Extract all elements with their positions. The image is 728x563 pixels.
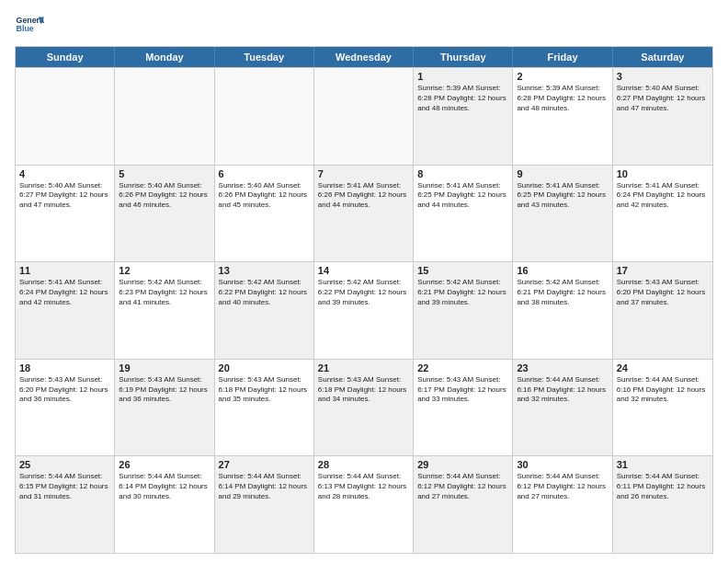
week-row-5: 25Sunrise: 5:44 AM Sunset: 6:15 PM Dayli… <box>16 455 712 553</box>
day-info: Sunrise: 5:41 AM Sunset: 6:24 PM Dayligh… <box>19 278 110 307</box>
day-cell-12: 12Sunrise: 5:42 AM Sunset: 6:23 PM Dayli… <box>115 262 214 359</box>
day-info: Sunrise: 5:44 AM Sunset: 6:12 PM Dayligh… <box>517 472 608 501</box>
day-info: Sunrise: 5:44 AM Sunset: 6:14 PM Dayligh… <box>119 472 210 501</box>
day-cell-3: 3Sunrise: 5:40 AM Sunset: 6:27 PM Daylig… <box>613 68 712 165</box>
day-cell-6: 6Sunrise: 5:40 AM Sunset: 6:26 PM Daylig… <box>215 166 314 262</box>
day-cell-16: 16Sunrise: 5:42 AM Sunset: 6:21 PM Dayli… <box>513 262 612 359</box>
day-number: 26 <box>119 459 210 470</box>
day-number: 30 <box>517 459 608 470</box>
day-cell-18: 18Sunrise: 5:43 AM Sunset: 6:20 PM Dayli… <box>16 360 115 456</box>
day-info: Sunrise: 5:40 AM Sunset: 6:27 PM Dayligh… <box>19 181 110 211</box>
day-info: Sunrise: 5:43 AM Sunset: 6:20 PM Dayligh… <box>19 375 110 405</box>
day-cell-31: 31Sunrise: 5:44 AM Sunset: 6:11 PM Dayli… <box>613 456 712 553</box>
day-cell-25: 25Sunrise: 5:44 AM Sunset: 6:15 PM Dayli… <box>16 456 115 553</box>
day-info: Sunrise: 5:42 AM Sunset: 6:21 PM Dayligh… <box>517 278 608 307</box>
day-number: 2 <box>517 71 608 82</box>
day-info: Sunrise: 5:44 AM Sunset: 6:13 PM Dayligh… <box>318 472 409 501</box>
day-number: 12 <box>119 265 210 276</box>
day-info: Sunrise: 5:43 AM Sunset: 6:20 PM Dayligh… <box>617 278 709 307</box>
header-day-saturday: Saturday <box>613 47 712 67</box>
day-cell-11: 11Sunrise: 5:41 AM Sunset: 6:24 PM Dayli… <box>16 262 115 359</box>
day-info: Sunrise: 5:41 AM Sunset: 6:26 PM Dayligh… <box>318 181 409 211</box>
day-info: Sunrise: 5:41 AM Sunset: 6:25 PM Dayligh… <box>517 181 608 211</box>
day-number: 17 <box>617 265 709 276</box>
day-info: Sunrise: 5:41 AM Sunset: 6:25 PM Dayligh… <box>417 181 508 211</box>
day-number: 19 <box>119 362 210 373</box>
week-row-4: 18Sunrise: 5:43 AM Sunset: 6:20 PM Dayli… <box>16 359 712 456</box>
day-number: 16 <box>517 265 608 276</box>
day-info: Sunrise: 5:43 AM Sunset: 6:17 PM Dayligh… <box>417 375 508 405</box>
day-cell-27: 27Sunrise: 5:44 AM Sunset: 6:14 PM Dayli… <box>215 456 314 553</box>
day-info: Sunrise: 5:42 AM Sunset: 6:22 PM Dayligh… <box>219 278 310 307</box>
day-info: Sunrise: 5:44 AM Sunset: 6:16 PM Dayligh… <box>617 375 709 405</box>
calendar-body: 1Sunrise: 5:39 AM Sunset: 6:28 PM Daylig… <box>16 67 712 553</box>
empty-cell-0-2 <box>215 68 314 165</box>
day-number: 14 <box>318 265 409 276</box>
day-info: Sunrise: 5:44 AM Sunset: 6:12 PM Dayligh… <box>417 472 508 501</box>
header: General Blue <box>15 11 713 40</box>
day-number: 29 <box>417 459 508 470</box>
day-cell-19: 19Sunrise: 5:43 AM Sunset: 6:19 PM Dayli… <box>115 360 214 456</box>
day-cell-7: 7Sunrise: 5:41 AM Sunset: 6:26 PM Daylig… <box>314 166 414 262</box>
day-info: Sunrise: 5:41 AM Sunset: 6:24 PM Dayligh… <box>617 181 709 211</box>
day-cell-20: 20Sunrise: 5:43 AM Sunset: 6:18 PM Dayli… <box>215 360 314 456</box>
header-day-tuesday: Tuesday <box>215 47 314 67</box>
day-info: Sunrise: 5:42 AM Sunset: 6:23 PM Dayligh… <box>119 278 210 307</box>
day-number: 11 <box>19 265 110 276</box>
day-cell-24: 24Sunrise: 5:44 AM Sunset: 6:16 PM Dayli… <box>613 360 712 456</box>
day-number: 15 <box>417 265 508 276</box>
day-info: Sunrise: 5:39 AM Sunset: 6:28 PM Dayligh… <box>417 84 508 113</box>
day-cell-2: 2Sunrise: 5:39 AM Sunset: 6:28 PM Daylig… <box>513 68 612 165</box>
day-number: 5 <box>119 168 210 179</box>
page: General Blue SundayMondayTuesdayWednesda… <box>0 0 728 563</box>
day-number: 20 <box>219 362 310 373</box>
day-info: Sunrise: 5:44 AM Sunset: 6:16 PM Dayligh… <box>517 375 608 405</box>
day-info: Sunrise: 5:40 AM Sunset: 6:26 PM Dayligh… <box>219 181 310 211</box>
day-cell-5: 5Sunrise: 5:40 AM Sunset: 6:26 PM Daylig… <box>115 166 214 262</box>
day-number: 21 <box>318 362 409 373</box>
week-row-2: 4Sunrise: 5:40 AM Sunset: 6:27 PM Daylig… <box>16 165 712 262</box>
week-row-3: 11Sunrise: 5:41 AM Sunset: 6:24 PM Dayli… <box>16 261 712 359</box>
week-row-1: 1Sunrise: 5:39 AM Sunset: 6:28 PM Daylig… <box>16 67 712 165</box>
calendar: SundayMondayTuesdayWednesdayThursdayFrid… <box>15 46 713 554</box>
day-info: Sunrise: 5:40 AM Sunset: 6:27 PM Dayligh… <box>617 84 709 113</box>
header-day-friday: Friday <box>513 47 612 67</box>
logo: General Blue <box>15 11 48 40</box>
empty-cell-0-3 <box>314 68 414 165</box>
header-day-sunday: Sunday <box>16 47 115 67</box>
day-cell-9: 9Sunrise: 5:41 AM Sunset: 6:25 PM Daylig… <box>513 166 612 262</box>
day-number: 22 <box>417 362 508 373</box>
svg-text:Blue: Blue <box>17 24 34 33</box>
day-number: 18 <box>19 362 110 373</box>
day-number: 7 <box>318 168 409 179</box>
day-number: 31 <box>617 459 709 470</box>
day-number: 1 <box>417 71 508 82</box>
day-number: 27 <box>219 459 310 470</box>
day-number: 13 <box>219 265 310 276</box>
day-cell-30: 30Sunrise: 5:44 AM Sunset: 6:12 PM Dayli… <box>513 456 612 553</box>
day-cell-4: 4Sunrise: 5:40 AM Sunset: 6:27 PM Daylig… <box>16 166 115 262</box>
day-info: Sunrise: 5:39 AM Sunset: 6:28 PM Dayligh… <box>517 84 608 113</box>
day-cell-15: 15Sunrise: 5:42 AM Sunset: 6:21 PM Dayli… <box>414 262 513 359</box>
day-info: Sunrise: 5:42 AM Sunset: 6:21 PM Dayligh… <box>417 278 508 307</box>
day-info: Sunrise: 5:44 AM Sunset: 6:15 PM Dayligh… <box>19 472 110 501</box>
day-cell-13: 13Sunrise: 5:42 AM Sunset: 6:22 PM Dayli… <box>215 262 314 359</box>
day-info: Sunrise: 5:43 AM Sunset: 6:19 PM Dayligh… <box>119 375 210 405</box>
day-cell-8: 8Sunrise: 5:41 AM Sunset: 6:25 PM Daylig… <box>414 166 513 262</box>
day-cell-29: 29Sunrise: 5:44 AM Sunset: 6:12 PM Dayli… <box>414 456 513 553</box>
day-number: 25 <box>19 459 110 470</box>
day-cell-1: 1Sunrise: 5:39 AM Sunset: 6:28 PM Daylig… <box>414 68 513 165</box>
header-day-monday: Monday <box>115 47 214 67</box>
logo-icon: General Blue <box>15 11 44 40</box>
day-number: 3 <box>617 71 709 82</box>
header-day-wednesday: Wednesday <box>314 47 414 67</box>
day-info: Sunrise: 5:44 AM Sunset: 6:11 PM Dayligh… <box>617 472 709 501</box>
day-info: Sunrise: 5:42 AM Sunset: 6:22 PM Dayligh… <box>318 278 409 307</box>
day-cell-17: 17Sunrise: 5:43 AM Sunset: 6:20 PM Dayli… <box>613 262 712 359</box>
day-cell-26: 26Sunrise: 5:44 AM Sunset: 6:14 PM Dayli… <box>115 456 214 553</box>
calendar-header: SundayMondayTuesdayWednesdayThursdayFrid… <box>16 47 712 67</box>
day-cell-21: 21Sunrise: 5:43 AM Sunset: 6:18 PM Dayli… <box>314 360 414 456</box>
day-info: Sunrise: 5:44 AM Sunset: 6:14 PM Dayligh… <box>219 472 310 501</box>
day-info: Sunrise: 5:43 AM Sunset: 6:18 PM Dayligh… <box>219 375 310 405</box>
day-number: 10 <box>617 168 709 179</box>
